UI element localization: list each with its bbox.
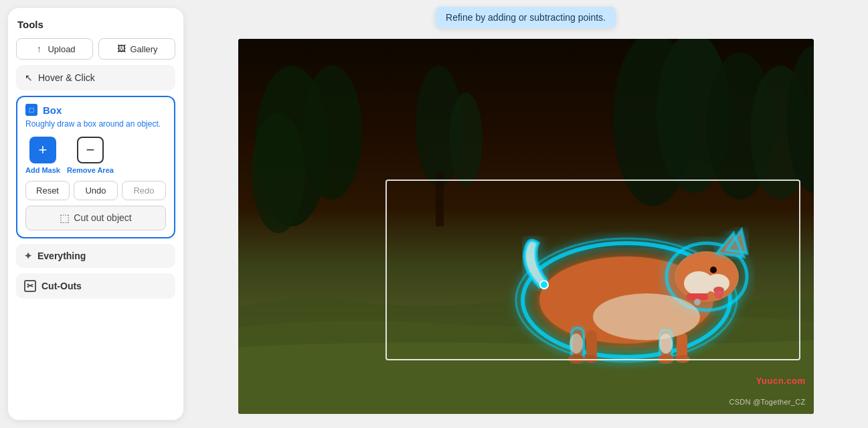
svg-point-35 <box>694 299 701 305</box>
svg-point-41 <box>570 334 583 354</box>
svg-point-36 <box>658 354 674 364</box>
svg-point-26 <box>714 291 723 299</box>
svg-point-2 <box>252 113 305 233</box>
sidebar: Tools Upload Gallery Hover & Click □ Box… <box>8 8 183 420</box>
box-tool-header: □ Box <box>25 104 166 116</box>
box-tool-active: □ Box Roughly draw a box around an objec… <box>16 96 175 238</box>
box-icon: □ <box>25 104 37 116</box>
remove-area-button[interactable]: − Remove Area <box>67 137 114 174</box>
mask-row: + Add Mask − Remove Area <box>25 137 166 174</box>
svg-point-40 <box>659 334 673 354</box>
cutouts-icon <box>24 280 36 292</box>
svg-point-39 <box>584 355 598 363</box>
add-mask-label: Add Mask <box>25 166 60 174</box>
upload-icon <box>33 44 44 54</box>
dog-scene: Yuucn.com CSDN @Together_CZ <box>238 39 814 414</box>
svg-rect-6 <box>436 173 444 226</box>
canvas-container[interactable]: Yuucn.com CSDN @Together_CZ <box>238 39 814 414</box>
svg-point-33 <box>593 293 700 340</box>
watermark-yuucn: Yuucn.com <box>756 376 806 386</box>
hover-click-tool[interactable]: Hover & Click <box>16 65 175 90</box>
tools-title: Tools <box>16 19 175 30</box>
gallery-button[interactable]: Gallery <box>98 38 175 60</box>
tooltip: Refine by adding or subtracting points. <box>435 7 616 28</box>
box-label: Box <box>43 104 62 116</box>
action-row: Reset Undo Redo <box>25 181 166 200</box>
gallery-icon <box>116 44 126 54</box>
add-mask-button[interactable]: + Add Mask <box>25 137 60 174</box>
main-area: Refine by adding or subtracting points. <box>183 0 868 428</box>
box-description: Roughly draw a box around an object. <box>25 119 166 130</box>
remove-area-label: Remove Area <box>67 166 114 174</box>
svg-point-24 <box>710 267 717 273</box>
svg-point-3 <box>302 66 362 200</box>
watermark-csdn: CSDN @Together_CZ <box>729 398 805 406</box>
everything-tool[interactable]: Everything <box>16 244 175 268</box>
add-mask-icon: + <box>29 137 56 163</box>
remove-area-icon: − <box>77 137 104 163</box>
everything-icon <box>24 251 32 261</box>
upload-row: Upload Gallery <box>16 38 175 60</box>
reset-button[interactable]: Reset <box>25 181 70 200</box>
cursor-icon <box>25 72 33 83</box>
cutout-button[interactable]: Cut out object <box>25 206 166 230</box>
svg-point-5 <box>449 92 483 186</box>
svg-point-37 <box>675 355 690 363</box>
upload-button[interactable]: Upload <box>16 38 93 60</box>
cutout-icon <box>60 212 70 224</box>
cutouts-tool[interactable]: Cut-Outs <box>16 273 175 299</box>
redo-button[interactable]: Redo <box>122 181 166 200</box>
undo-button[interactable]: Undo <box>74 181 118 200</box>
svg-point-38 <box>568 354 584 364</box>
